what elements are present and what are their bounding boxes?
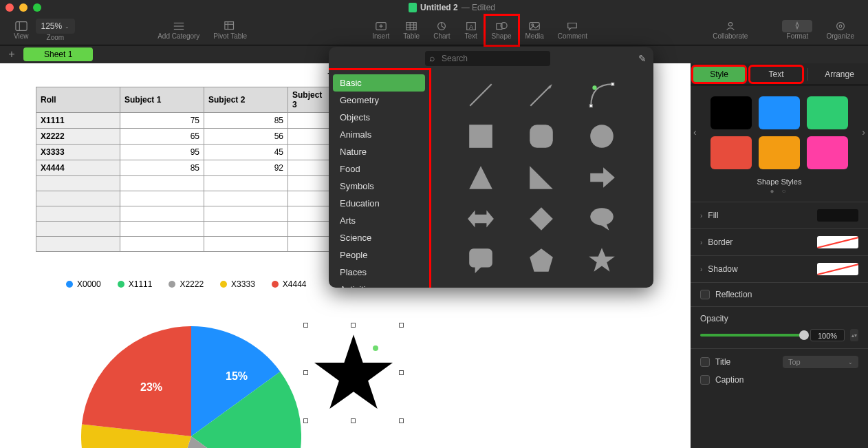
col-header[interactable]: Subject 1	[120, 87, 204, 113]
shape-diamond[interactable]	[514, 200, 569, 238]
style-swatch[interactable]	[710, 96, 752, 129]
table-cell[interactable]	[120, 176, 204, 191]
collaborate-button[interactable]: Collaborate	[706, 15, 755, 45]
shape-speech-bubble[interactable]	[574, 200, 629, 238]
data-table[interactable]: Roll Subject 1 Subject 2 Subject 3 X1111…	[36, 87, 329, 252]
shape-category-item[interactable]: Nature	[333, 143, 425, 160]
shape-category-item[interactable]: Food	[333, 160, 425, 178]
zoom-select[interactable]: 125%⌄	[36, 19, 76, 34]
table-button[interactable]: Table	[396, 15, 426, 45]
table-cell[interactable]	[288, 129, 329, 145]
table-cell[interactable]	[288, 160, 329, 176]
add-category-button[interactable]: Add Category	[151, 15, 206, 45]
fill-color[interactable]	[817, 209, 858, 222]
fullscreen-window-button[interactable]	[33, 3, 41, 12]
shape-arrow-both[interactable]	[453, 200, 508, 238]
shape-triangle[interactable]	[453, 158, 508, 197]
table-cell[interactable]	[36, 176, 120, 191]
rotation-handle[interactable]	[373, 345, 378, 351]
add-sheet-button[interactable]: +	[6, 48, 18, 61]
shape-callout[interactable]	[453, 241, 508, 279]
shape-button[interactable]: Shape	[485, 15, 519, 45]
table-cell[interactable]	[204, 176, 288, 191]
table-cell[interactable]: 85	[204, 113, 288, 129]
border-style[interactable]	[817, 236, 858, 248]
shape-arrow-line[interactable]	[514, 76, 569, 114]
table-cell[interactable]: 92	[204, 160, 288, 176]
format-button[interactable]: Format	[775, 15, 819, 45]
opacity-value[interactable]: 100%	[810, 329, 845, 341]
style-swatch[interactable]	[807, 136, 848, 169]
table-cell[interactable]	[120, 206, 204, 222]
col-header[interactable]: Subject 3	[288, 87, 329, 113]
shape-category-item[interactable]: Science	[333, 229, 425, 246]
table-cell[interactable]	[288, 145, 329, 160]
shape-curve[interactable]	[574, 76, 629, 114]
table-cell[interactable]	[204, 206, 288, 222]
col-header[interactable]: Roll	[36, 87, 120, 113]
style-swatch[interactable]	[759, 136, 800, 169]
caption-checkbox[interactable]	[700, 375, 710, 385]
shape-square[interactable]	[453, 117, 508, 156]
shape-category-item[interactable]: Geometry	[333, 92, 425, 109]
table-cell[interactable]	[120, 237, 204, 252]
text-button[interactable]: A Text	[457, 15, 485, 45]
inspector-tab-text[interactable]: Text	[750, 66, 803, 83]
table-cell[interactable]	[288, 206, 329, 222]
insert-button[interactable]: Insert	[365, 15, 396, 45]
shape-rounded-square[interactable]	[514, 117, 569, 156]
table-cell[interactable]	[120, 191, 204, 206]
shape-category-item[interactable]: Symbols	[333, 178, 425, 195]
style-swatch[interactable]	[710, 136, 752, 169]
opacity-stepper[interactable]: ▴▾	[850, 329, 858, 341]
opacity-slider[interactable]	[700, 334, 805, 337]
table-cell[interactable]: X4444	[36, 160, 120, 176]
organize-button[interactable]: Organize	[819, 15, 861, 45]
shape-category-item[interactable]: Basic	[333, 74, 425, 92]
chart-button[interactable]: Chart	[426, 15, 457, 45]
table-cell[interactable]: 56	[204, 129, 288, 145]
table-cell[interactable]: 95	[120, 145, 204, 160]
table-cell[interactable]	[204, 237, 288, 252]
minimize-window-button[interactable]	[19, 3, 28, 12]
shape-arrow-right[interactable]	[574, 158, 629, 197]
shape-pentagon[interactable]	[514, 241, 569, 279]
table-cell[interactable]: X1111	[36, 113, 120, 129]
table-cell[interactable]: 65	[120, 129, 204, 145]
table-cell[interactable]	[204, 191, 288, 206]
col-header[interactable]: Subject 2	[204, 87, 288, 113]
table-cell[interactable]	[120, 222, 204, 237]
shape-category-item[interactable]: People	[333, 246, 425, 264]
table-cell[interactable]: 85	[120, 160, 204, 176]
view-button[interactable]: View	[7, 15, 36, 45]
table-cell[interactable]	[204, 222, 288, 237]
selected-star-shape[interactable]	[305, 325, 402, 421]
shape-category-item[interactable]: Animals	[333, 126, 425, 143]
table-cell[interactable]: 45	[204, 145, 288, 160]
border-row[interactable]: › Border	[691, 228, 868, 255]
shape-search-input[interactable]	[425, 51, 550, 66]
table-cell[interactable]	[288, 237, 329, 252]
title-checkbox[interactable]	[700, 357, 710, 367]
style-swatch[interactable]	[807, 96, 848, 129]
fill-row[interactable]: › Fill	[691, 202, 868, 228]
shape-star[interactable]	[574, 241, 629, 279]
shape-circle[interactable]	[574, 117, 629, 156]
shape-right-triangle[interactable]	[514, 158, 569, 197]
sheet-tab[interactable]: Sheet 1	[23, 47, 93, 61]
shadow-style[interactable]	[817, 263, 858, 275]
table-cell[interactable]	[288, 176, 329, 191]
shape-category-item[interactable]: Activities	[333, 281, 425, 288]
title-position-select[interactable]: Top⌄	[783, 356, 858, 368]
table-cell[interactable]: X2222	[36, 129, 120, 145]
table-cell[interactable]	[36, 206, 120, 222]
table-cell[interactable]	[288, 222, 329, 237]
media-button[interactable]: Media	[519, 15, 551, 45]
style-swatch[interactable]	[759, 96, 800, 129]
pie-chart[interactable]: 15% 20% 23%	[81, 326, 301, 448]
shape-category-item[interactable]: Places	[333, 264, 425, 281]
shape-category-item[interactable]: Arts	[333, 212, 425, 229]
table-cell[interactable]: X3333	[36, 145, 120, 160]
shape-category-item[interactable]: Education	[333, 195, 425, 212]
table-cell[interactable]: 75	[120, 113, 204, 129]
